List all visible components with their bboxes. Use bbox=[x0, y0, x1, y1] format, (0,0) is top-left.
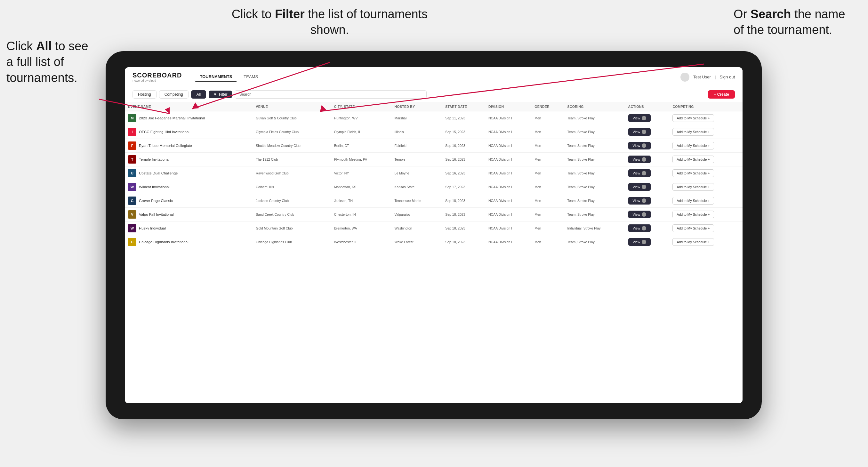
event-name-cell-8: W Husky Individual bbox=[125, 221, 252, 235]
scoring-cell-3: Team, Stroke Play bbox=[564, 153, 625, 166]
event-name-6: Grover Page Classic bbox=[139, 199, 173, 203]
view-button-0[interactable]: View i bbox=[628, 114, 651, 122]
view-button-7[interactable]: View i bbox=[628, 211, 651, 218]
info-icon-9: i bbox=[642, 240, 646, 244]
annotation-all: Click All to see a full list of tourname… bbox=[6, 38, 96, 86]
actions-cell-7: View i bbox=[625, 208, 670, 221]
division-cell-4: NCAA Division I bbox=[485, 166, 531, 180]
logo-subtitle: Powered by clippd bbox=[132, 79, 182, 82]
start-date-cell-7: Sep 18, 2023 bbox=[442, 208, 485, 221]
competing-cell-8: Add to My Schedule + bbox=[669, 221, 743, 235]
scoring-cell-4: Team, Stroke Play bbox=[564, 166, 625, 180]
header-right: Test User | Sign out bbox=[680, 73, 735, 82]
event-name-cell-4: U Upstate Dual Challenge bbox=[125, 166, 252, 180]
add-to-schedule-button-5[interactable]: Add to My Schedule + bbox=[673, 183, 714, 191]
annotation-search: Or Search the name of the tournament. bbox=[734, 6, 855, 38]
city-state-cell-9: Westchester, IL bbox=[331, 235, 392, 249]
create-button[interactable]: + Create bbox=[708, 90, 735, 99]
nav-tab-tournaments[interactable]: TOURNAMENTS bbox=[195, 72, 237, 82]
actions-cell-1: View i bbox=[625, 125, 670, 139]
event-name-5: Wildcat Invitational bbox=[139, 185, 169, 189]
view-button-5[interactable]: View i bbox=[628, 183, 651, 191]
hosting-tab[interactable]: Hosting bbox=[132, 90, 156, 99]
division-cell-1: NCAA Division I bbox=[485, 125, 531, 139]
view-button-1[interactable]: View i bbox=[628, 128, 651, 136]
event-name-4: Upstate Dual Challenge bbox=[139, 171, 178, 175]
add-to-schedule-button-8[interactable]: Add to My Schedule + bbox=[673, 224, 714, 232]
sign-out-link[interactable]: Sign out bbox=[719, 74, 735, 80]
add-to-schedule-button-9[interactable]: Add to My Schedule + bbox=[673, 238, 714, 246]
view-button-9[interactable]: View i bbox=[628, 238, 651, 246]
venue-cell-5: Colbert Hills bbox=[252, 180, 331, 194]
add-to-schedule-button-4[interactable]: Add to My Schedule + bbox=[673, 169, 714, 177]
col-competing: COMPETING bbox=[669, 102, 743, 112]
add-to-schedule-button-0[interactable]: Add to My Schedule + bbox=[673, 114, 714, 122]
tablet-screen: SCOREBOARD Powered by clippd TOURNAMENTS… bbox=[125, 67, 743, 403]
division-cell-5: NCAA Division I bbox=[485, 180, 531, 194]
event-name-2: Ryan T. Lee Memorial Collegiate bbox=[139, 144, 192, 148]
scoring-cell-2: Team, Stroke Play bbox=[564, 139, 625, 153]
venue-cell-2: Shuttle Meadow Country Club bbox=[252, 139, 331, 153]
event-name-7: Valpo Fall Invitational bbox=[139, 213, 174, 216]
tournaments-table: EVENT NAME VENUE CITY, STATE HOSTED BY S… bbox=[125, 102, 743, 249]
user-avatar bbox=[680, 73, 689, 82]
add-to-schedule-button-3[interactable]: Add to My Schedule + bbox=[673, 156, 714, 163]
table-row: W Husky Individual Gold Mountain Golf Cl… bbox=[125, 221, 743, 235]
scoring-cell-9: Team, Stroke Play bbox=[564, 235, 625, 249]
search-input[interactable] bbox=[235, 90, 427, 99]
info-icon-8: i bbox=[642, 226, 646, 230]
event-name-cell-3: T Temple Invitational bbox=[125, 153, 252, 166]
nav-tabs: TOURNAMENTS TEAMS bbox=[195, 72, 263, 82]
col-hosted-by: HOSTED BY bbox=[392, 102, 442, 112]
competing-cell-4: Add to My Schedule + bbox=[669, 166, 743, 180]
info-icon-4: i bbox=[642, 171, 646, 176]
add-to-schedule-button-2[interactable]: Add to My Schedule + bbox=[673, 142, 714, 150]
division-cell-8: NCAA Division I bbox=[485, 221, 531, 235]
start-date-cell-4: Sep 16, 2023 bbox=[442, 166, 485, 180]
event-name-8: Husky Individual bbox=[139, 226, 166, 230]
start-date-cell-5: Sep 17, 2023 bbox=[442, 180, 485, 194]
filter-button[interactable]: ▼ Filter bbox=[209, 91, 232, 98]
city-state-cell-7: Chesterton, IN bbox=[331, 208, 392, 221]
info-icon-7: i bbox=[642, 212, 646, 217]
view-button-6[interactable]: View i bbox=[628, 197, 651, 205]
team-icon-5: W bbox=[128, 183, 136, 191]
team-icon-9: C bbox=[128, 238, 136, 246]
table-row: M 2023 Joe Feaganes Marshall Invitationa… bbox=[125, 112, 743, 125]
actions-cell-9: View i bbox=[625, 235, 670, 249]
city-state-cell-3: Plymouth Meeting, PA bbox=[331, 153, 392, 166]
filter-label: Filter bbox=[219, 92, 227, 97]
view-button-4[interactable]: View i bbox=[628, 169, 651, 177]
view-button-8[interactable]: View i bbox=[628, 224, 651, 232]
start-date-cell-1: Sep 15, 2023 bbox=[442, 125, 485, 139]
team-icon-3: T bbox=[128, 155, 136, 163]
city-state-cell-6: Jackson, TN bbox=[331, 194, 392, 208]
start-date-cell-6: Sep 18, 2023 bbox=[442, 194, 485, 208]
tablet-frame: SCOREBOARD Powered by clippd TOURNAMENTS… bbox=[105, 51, 762, 419]
competing-tab[interactable]: Competing bbox=[159, 90, 188, 99]
add-to-schedule-button-1[interactable]: Add to My Schedule + bbox=[673, 128, 714, 136]
start-date-cell-3: Sep 16, 2023 bbox=[442, 153, 485, 166]
table-row: G Grover Page Classic Jackson Country Cl… bbox=[125, 194, 743, 208]
add-to-schedule-button-7[interactable]: Add to My Schedule + bbox=[673, 211, 714, 218]
division-cell-9: NCAA Division I bbox=[485, 235, 531, 249]
team-icon-0: M bbox=[128, 114, 136, 122]
division-cell-0: NCAA Division I bbox=[485, 112, 531, 125]
venue-cell-1: Olympia Fields Country Club bbox=[252, 125, 331, 139]
divider: | bbox=[715, 74, 716, 80]
gender-cell-5: Men bbox=[531, 180, 564, 194]
table-container: EVENT NAME VENUE CITY, STATE HOSTED BY S… bbox=[125, 102, 743, 403]
start-date-cell-2: Sep 16, 2023 bbox=[442, 139, 485, 153]
hosted-by-cell-2: Fairfield bbox=[392, 139, 442, 153]
scoring-cell-7: Team, Stroke Play bbox=[564, 208, 625, 221]
nav-tab-teams[interactable]: TEAMS bbox=[239, 72, 263, 82]
view-button-2[interactable]: View i bbox=[628, 142, 651, 150]
gender-cell-8: Men bbox=[531, 221, 564, 235]
event-name-cell-5: W Wildcat Invitational bbox=[125, 180, 252, 194]
add-to-schedule-button-6[interactable]: Add to My Schedule + bbox=[673, 197, 714, 205]
view-button-3[interactable]: View i bbox=[628, 156, 651, 163]
event-name-0: 2023 Joe Feaganes Marshall Invitational bbox=[139, 116, 205, 120]
event-name-cell-0: M 2023 Joe Feaganes Marshall Invitationa… bbox=[125, 112, 252, 125]
all-tab[interactable]: All bbox=[191, 90, 206, 99]
hosted-by-cell-5: Kansas State bbox=[392, 180, 442, 194]
